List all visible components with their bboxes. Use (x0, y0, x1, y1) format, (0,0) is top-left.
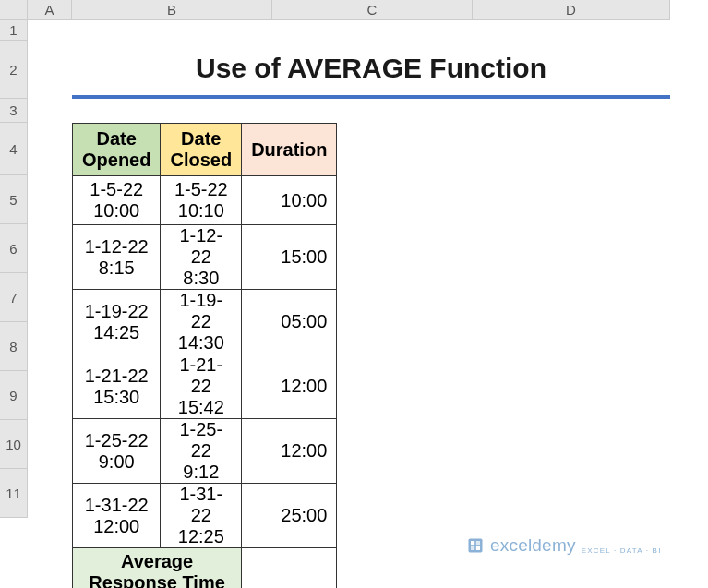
title-cell[interactable]: Use of AVERAGE Function (72, 41, 670, 99)
row-header-4[interactable]: 4 (0, 123, 28, 175)
average-row: Average Response Time (73, 548, 337, 589)
row-header-6[interactable]: 6 (0, 224, 28, 273)
row-header-8[interactable]: 8 (0, 322, 28, 371)
row-header-11[interactable]: 11 (0, 469, 28, 518)
header-row: Date Opened Date Closed Duration (73, 124, 337, 176)
row-header-7[interactable]: 7 (0, 273, 28, 322)
cell-date-opened[interactable]: 1-19-22 14:25 (73, 290, 161, 354)
spreadsheet-grid: A B C D 1234567891011 Use of AVERAGE Fun… (0, 0, 708, 588)
watermark-tagline: EXCEL · DATA · BI (582, 546, 662, 555)
row-header-9[interactable]: 9 (0, 371, 28, 420)
row-header-5[interactable]: 5 (0, 175, 28, 224)
svg-rect-0 (469, 539, 483, 553)
column-header-D[interactable]: D (473, 0, 670, 20)
watermark: exceldemy EXCEL · DATA · BI (466, 535, 662, 556)
table-row: 1-31-22 12:001-31-22 12:2525:00 (73, 484, 337, 548)
table-row: 1-12-22 8:151-12-22 8:3015:00 (73, 225, 337, 290)
select-all-corner[interactable] (0, 0, 28, 20)
watermark-brand: exceldemy (490, 535, 576, 556)
cell-date-opened[interactable]: 1-25-22 9:00 (73, 419, 161, 484)
data-table: Date Opened Date Closed Duration 1-5-22 … (72, 123, 337, 588)
header-date-closed[interactable]: Date Closed (161, 124, 242, 176)
cell-date-closed[interactable]: 1-5-22 10:10 (161, 176, 242, 225)
average-value-cell[interactable] (242, 548, 337, 589)
column-header-C[interactable]: C (272, 0, 473, 20)
table-row: 1-19-22 14:251-19-22 14:3005:00 (73, 290, 337, 354)
cell-date-closed[interactable]: 1-21-22 15:42 (161, 354, 242, 419)
header-duration[interactable]: Duration (242, 124, 337, 176)
cell-duration[interactable]: 12:00 (242, 354, 337, 419)
svg-rect-4 (476, 546, 480, 550)
cell-duration[interactable]: 15:00 (242, 225, 337, 290)
cell-date-opened[interactable]: 1-21-22 15:30 (73, 354, 161, 419)
row-header-1[interactable]: 1 (0, 20, 28, 41)
cell-date-opened[interactable]: 1-31-22 12:00 (73, 484, 161, 548)
header-date-opened[interactable]: Date Opened (73, 124, 161, 176)
row-header-3[interactable]: 3 (0, 99, 28, 123)
cell-duration[interactable]: 25:00 (242, 484, 337, 548)
column-header-A[interactable]: A (28, 0, 72, 20)
table-row: 1-25-22 9:001-25-22 9:1212:00 (73, 419, 337, 484)
cell-date-opened[interactable]: 1-12-22 8:15 (73, 225, 161, 290)
brand-icon (466, 536, 485, 555)
cell-date-closed[interactable]: 1-19-22 14:30 (161, 290, 242, 354)
column-header-row: A B C D (0, 0, 670, 20)
svg-rect-3 (471, 546, 474, 550)
cell-duration[interactable]: 10:00 (242, 176, 337, 225)
svg-rect-1 (471, 541, 474, 545)
average-label-cell[interactable]: Average Response Time (73, 548, 242, 589)
cell-date-closed[interactable]: 1-31-22 12:25 (161, 484, 242, 548)
cell-date-closed[interactable]: 1-25-22 9:12 (161, 419, 242, 484)
cell-duration[interactable]: 12:00 (242, 419, 337, 484)
row-header-2[interactable]: 2 (0, 41, 28, 99)
column-header-B[interactable]: B (72, 0, 272, 20)
row-header-10[interactable]: 10 (0, 420, 28, 469)
page-title: Use of AVERAGE Function (196, 53, 546, 84)
cell-date-opened[interactable]: 1-5-22 10:00 (73, 176, 161, 225)
cell-duration[interactable]: 05:00 (242, 290, 337, 354)
table-row: 1-21-22 15:301-21-22 15:4212:00 (73, 354, 337, 419)
svg-rect-2 (476, 541, 480, 545)
table-row: 1-5-22 10:001-5-22 10:1010:00 (73, 176, 337, 225)
cell-date-closed[interactable]: 1-12-22 8:30 (161, 225, 242, 290)
row-header-column: 1234567891011 (0, 20, 28, 518)
